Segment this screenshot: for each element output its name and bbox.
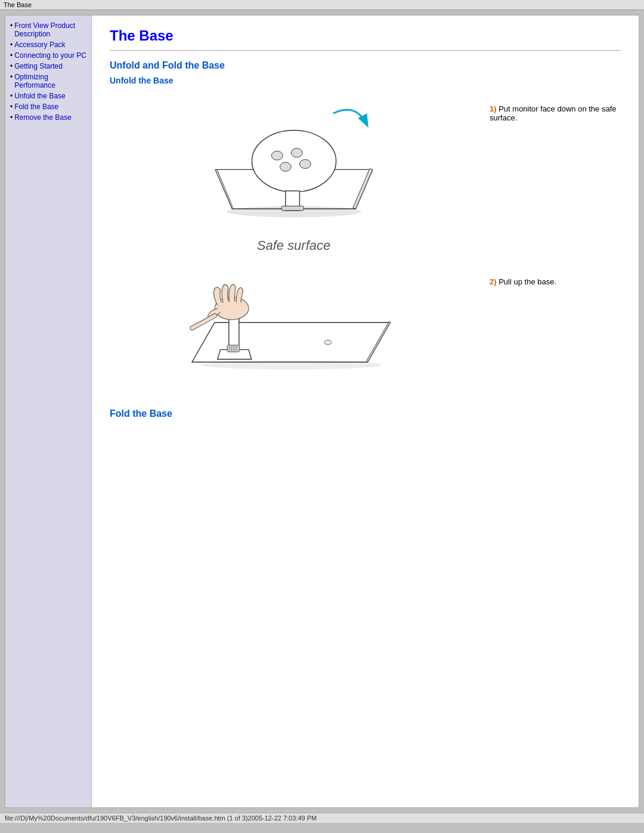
svg-point-7 <box>299 159 311 168</box>
fold-heading: Fold the Base <box>110 408 621 419</box>
svg-point-13 <box>200 360 382 369</box>
page-title: The Base <box>110 27 621 44</box>
title-bar: The Base <box>0 0 644 10</box>
step2-number: 2) <box>490 277 497 286</box>
sub-heading: Unfold the Base <box>110 76 621 85</box>
status-bar: file:///D|/My%20Documents/dfu/190V6FB_V3… <box>0 813 644 823</box>
step2-description: 2) Pull up the base. <box>490 265 621 286</box>
sidebar-item-front-view[interactable]: • Front View Product Description <box>10 21 86 38</box>
sidebar-item-accessory[interactable]: • Accessory Pack <box>10 41 86 49</box>
fold-section: Fold the Base <box>110 408 621 419</box>
status-bar-text: file:///D|/My%20Documents/dfu/190V6FB_V3… <box>5 815 317 822</box>
step1-illustration: Safe surface <box>110 92 478 253</box>
monitor-facedown-svg <box>199 92 389 236</box>
divider <box>110 50 621 51</box>
svg-point-5 <box>291 148 302 157</box>
main-content: The Base Unfold and Fold the Base Unfold… <box>92 16 639 807</box>
svg-rect-18 <box>227 345 239 352</box>
section-heading: Unfold and Fold the Base <box>110 60 621 71</box>
svg-point-6 <box>280 162 291 171</box>
sidebar: • Front View Product Description • Acces… <box>5 16 92 807</box>
svg-point-14 <box>324 340 331 345</box>
title-bar-text: The Base <box>4 1 32 8</box>
step1-description: 1) Put monitor face down on the safe sur… <box>490 92 621 122</box>
step1-number: 1) <box>490 104 497 113</box>
svg-point-3 <box>252 131 336 193</box>
sidebar-item-fold-base[interactable]: • Fold the Base <box>10 103 86 111</box>
sidebar-item-connecting[interactable]: • Connecting to your PC <box>10 51 86 60</box>
sidebar-item-getting-started[interactable]: • Getting Started <box>10 62 86 70</box>
pull-base-svg <box>181 265 407 397</box>
sidebar-item-unfold-base[interactable]: • Unfold the Base <box>10 92 86 100</box>
step1-container: Safe surface 1) Put monitor face down on… <box>110 92 621 253</box>
step2-illustration <box>110 265 478 397</box>
svg-point-4 <box>271 151 283 160</box>
step2-container: 2) Pull up the base. <box>110 265 621 397</box>
safe-surface-label: Safe surface <box>257 238 331 253</box>
sidebar-item-remove-base[interactable]: • Remove the Base <box>10 113 86 122</box>
page-content: • Front View Product Description • Acces… <box>5 16 639 807</box>
sidebar-item-optimizing[interactable]: • Optimizing Performance <box>10 73 86 89</box>
step2-text: Pull up the base. <box>499 277 556 286</box>
svg-point-10 <box>227 206 361 218</box>
step1-text: Put monitor face down on the safe surfac… <box>490 104 616 122</box>
page-wrapper: • Front View Product Description • Acces… <box>5 15 639 808</box>
